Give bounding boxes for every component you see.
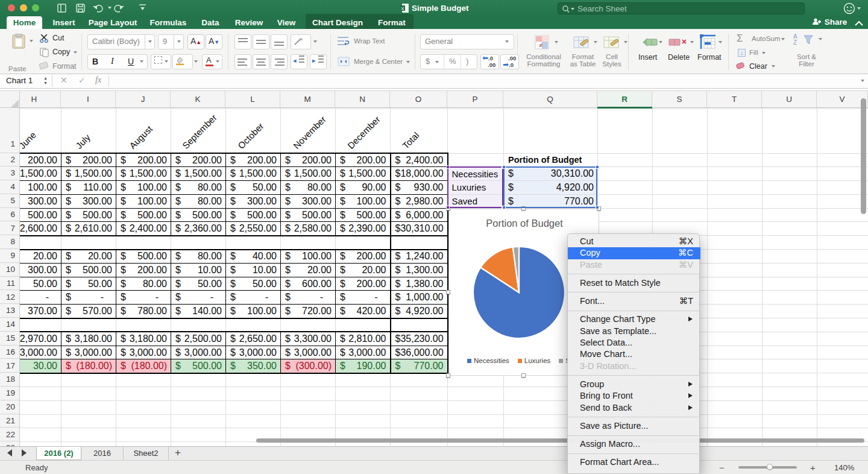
svg-text:X: X xyxy=(401,6,404,11)
svg-text:≠: ≠ xyxy=(539,42,542,49)
